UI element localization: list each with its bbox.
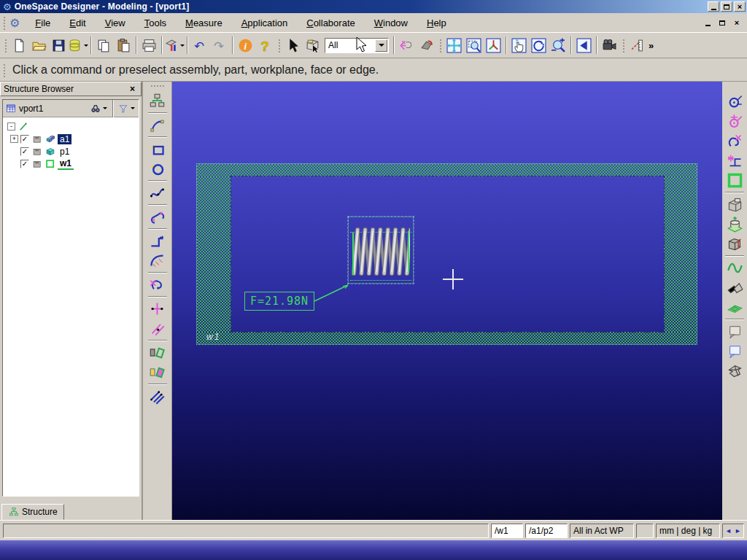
messagebar-grip[interactable]	[2, 63, 6, 77]
print-button[interactable]	[139, 36, 159, 55]
rectangle-button[interactable]	[147, 139, 168, 159]
menu-window[interactable]: Window	[365, 15, 417, 31]
zoom-inout-button[interactable]	[549, 36, 568, 55]
tree-row-w1[interactable]: ✓w1	[4, 158, 137, 170]
tab-structure[interactable]: Structure	[1, 504, 64, 520]
toolbar-overflow-chevron[interactable]: »	[649, 40, 654, 51]
viewport-3d[interactable]: w1 F=21.98N	[172, 82, 722, 520]
filter-funnel-icon[interactable]	[117, 103, 128, 114]
paste-button[interactable]	[114, 36, 133, 55]
structure-tree-button[interactable]	[147, 91, 168, 111]
menu-help[interactable]: Help	[417, 15, 456, 31]
menu-view[interactable]: View	[96, 15, 135, 31]
extrude-box-button[interactable]	[724, 234, 745, 254]
workplane-band-right[interactable]	[664, 176, 697, 332]
select-arrow-button[interactable]	[283, 36, 303, 55]
scroll-right-icon[interactable]: ►	[735, 527, 741, 534]
zoom-rect-button[interactable]	[464, 36, 484, 55]
circle-button[interactable]	[147, 159, 168, 179]
binoculars-icon[interactable]	[90, 103, 101, 114]
toolbar-grip[interactable]	[622, 38, 625, 52]
customize-tool-button[interactable]	[165, 36, 185, 55]
corner-step-button[interactable]	[147, 231, 168, 251]
pan-view-button[interactable]	[509, 36, 529, 55]
curve-annotate-button[interactable]	[724, 131, 745, 151]
combobox-dropdown-icon[interactable]	[375, 39, 387, 52]
boolean-wedge-button[interactable]	[724, 278, 745, 298]
workplane-active-button[interactable]	[724, 171, 745, 190]
menu-measure[interactable]: Measure	[176, 15, 232, 31]
structure-browser-titlebar[interactable]: Structure Browser ×	[0, 82, 142, 96]
workplane-band-left[interactable]	[197, 176, 231, 332]
point-button[interactable]	[147, 299, 168, 319]
filter-dropdown-icon[interactable]	[131, 107, 135, 112]
help-button[interactable]: ?	[255, 36, 275, 55]
expand-plus-icon[interactable]: +	[10, 135, 18, 143]
camera-button[interactable]	[600, 36, 619, 55]
find-dropdown-icon[interactable]	[103, 107, 107, 112]
copy-button[interactable]	[94, 36, 114, 55]
dimension-star-button[interactable]	[724, 151, 745, 171]
extrude-cylinder-button[interactable]	[724, 214, 745, 234]
project-face-button[interactable]	[147, 343, 168, 362]
tree-row-a1[interactable]: +✓a1	[4, 133, 137, 145]
fillet-arc-button[interactable]	[147, 251, 168, 271]
parallel-line-button[interactable]	[147, 319, 168, 338]
menubar-grip[interactable]	[2, 15, 6, 30]
pattern-plate-button[interactable]	[724, 298, 745, 317]
toolbar-grip[interactable]	[4, 38, 7, 52]
visibility-checkbox[interactable]: ✓	[20, 147, 29, 156]
dropdown-arrow-icon[interactable]	[84, 44, 88, 49]
shell-3d-button[interactable]	[724, 361, 745, 381]
redo-button[interactable]: ↷	[210, 36, 230, 55]
trim-curve-button[interactable]	[147, 275, 168, 295]
select-volume-button[interactable]	[303, 36, 322, 55]
mdi-restore-button[interactable]	[716, 18, 728, 28]
restore-button[interactable]	[721, 1, 732, 12]
visibility-checkbox[interactable]: ✓	[20, 135, 29, 144]
wp-circle-pink-button[interactable]	[724, 112, 745, 131]
menu-edit[interactable]: Edit	[60, 15, 95, 31]
force-annotation[interactable]: F=21.98N	[244, 292, 314, 311]
toolbar-grip[interactable]	[438, 38, 442, 52]
new-file-button[interactable]	[9, 36, 29, 55]
wp-circle-blue-button[interactable]	[724, 92, 745, 112]
title-bar[interactable]: ⚙ OneSpace Designer - Modeling - [vport1…	[0, 0, 747, 13]
spring-model[interactable]	[352, 222, 410, 281]
tree-row-root[interactable]: -	[4, 120, 137, 133]
previous-view-button[interactable]	[574, 36, 594, 55]
hatch-lines-button[interactable]	[147, 386, 168, 406]
menu-tools[interactable]: Tools	[135, 15, 176, 31]
workplane-band-bottom[interactable]	[197, 332, 697, 344]
part-box-button[interactable]	[724, 195, 745, 214]
note-blue-button[interactable]	[724, 341, 745, 361]
menu-collaborate[interactable]: Collaborate	[297, 15, 365, 31]
measure-ruler-button[interactable]	[627, 36, 647, 55]
spline-button[interactable]	[147, 183, 168, 203]
tree-row-p1[interactable]: ✓p1	[4, 145, 137, 158]
dropdown-arrow-icon[interactable]	[180, 44, 185, 49]
info-button[interactable]: i	[236, 36, 255, 55]
tangent-arc-button[interactable]	[147, 115, 168, 135]
slot-button[interactable]	[147, 207, 168, 227]
mdi-close-button[interactable]: ×	[731, 18, 743, 28]
open-folder-button[interactable]	[29, 36, 49, 55]
minimize-button[interactable]	[708, 1, 719, 12]
highlight-add-button[interactable]	[397, 36, 417, 55]
sketch-toolbar-grip[interactable]	[150, 85, 165, 88]
menu-application[interactable]: Application	[232, 15, 298, 31]
status-field-1[interactable]: /a1/p2	[525, 524, 568, 538]
status-scroll-arrows[interactable]: ◄ ►	[722, 524, 744, 538]
project-outline-button[interactable]	[147, 362, 168, 382]
mdi-minimize-button[interactable]	[702, 18, 713, 28]
note-gray-button[interactable]	[724, 322, 745, 341]
toolbar-grip[interactable]	[277, 38, 281, 52]
spline-green-button[interactable]	[724, 258, 745, 278]
save-button[interactable]	[49, 36, 69, 55]
menu-file[interactable]: File	[26, 15, 60, 31]
database-button[interactable]	[69, 36, 88, 55]
fit-view-button[interactable]	[444, 36, 464, 55]
rotate-view-button[interactable]	[529, 36, 549, 55]
collapse-minus-icon[interactable]: -	[7, 122, 15, 131]
iso-view-button[interactable]	[484, 36, 503, 55]
